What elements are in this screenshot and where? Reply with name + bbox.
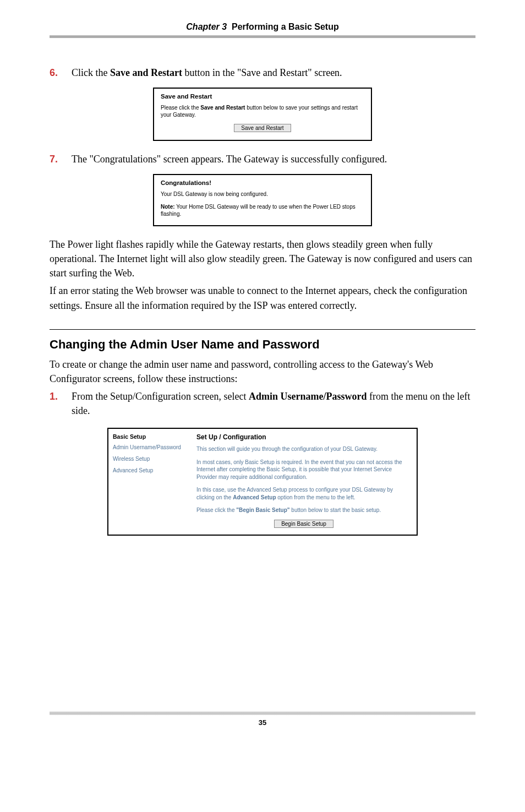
footer-rule: [50, 712, 475, 715]
step-number: 1.: [50, 389, 72, 418]
config-paragraph: This section will guide you through the …: [196, 445, 411, 453]
screenshot-congratulations: Congratulations! Your DSL Gateway is now…: [153, 174, 372, 226]
body-paragraph: If an error stating the Web browser was …: [50, 284, 475, 312]
dialog-line: Your DSL Gateway is now being configured…: [161, 190, 364, 198]
text-bold: "Begin Basic Setup": [236, 507, 289, 513]
step-number: 7.: [50, 152, 72, 166]
note-body: Your Home DSL Gateway will be ready to u…: [161, 204, 356, 217]
sidebar-item-advanced[interactable]: Advanced Setup: [113, 467, 187, 473]
section-heading: Changing the Admin User Name and Passwor…: [50, 337, 475, 352]
section-divider: [50, 329, 475, 330]
config-sidebar: Basic Setup Admin Username/Password Wire…: [108, 429, 191, 535]
chapter-header: Chapter 3 Performing a Basic Setup: [50, 22, 475, 35]
dialog-body: Please click the Save and Restart button…: [161, 104, 364, 118]
dialog-title: Congratulations!: [161, 179, 364, 186]
dialog-title: Save and Restart: [161, 93, 364, 100]
step-number: 6.: [50, 66, 72, 80]
text-bold: Save and Restart: [110, 67, 182, 78]
text-bold: Save and Restart: [200, 105, 245, 111]
step-6: 6. Click the Save and Restart button in …: [50, 66, 475, 80]
save-restart-button[interactable]: Save and Restart: [234, 124, 291, 132]
step-7: 7. The "Congratulations" screen appears.…: [50, 152, 475, 166]
dialog-note: Note: Your Home DSL Gateway will be read…: [161, 203, 364, 217]
config-paragraph: Please click the "Begin Basic Setup" but…: [196, 506, 411, 514]
text-bold: Admin Username/Password: [249, 391, 367, 402]
text: Click the: [72, 67, 110, 78]
config-title: Set Up / Configuration: [196, 433, 411, 441]
screenshot-configuration: Basic Setup Admin Username/Password Wire…: [107, 428, 418, 536]
config-paragraph: In this case, use the Advanced Setup pro…: [196, 486, 411, 501]
chapter-number: Chapter 3: [186, 22, 227, 31]
note-label: Note:: [161, 204, 175, 210]
text-isp: ISP: [253, 300, 267, 311]
header-rule: [50, 35, 475, 38]
text: was entered correctly.: [267, 300, 357, 311]
text: option from the menu to the left.: [276, 494, 356, 500]
text: Please click the: [196, 507, 236, 513]
text: button in the "Save and Restart" screen.: [182, 67, 342, 78]
sidebar-item-admin[interactable]: Admin Username/Password: [113, 444, 187, 450]
text: Please click the: [161, 105, 200, 111]
step-1: 1. From the Setup/Configuration screen, …: [50, 389, 475, 418]
text: button below to start the basic setup.: [290, 507, 381, 513]
sidebar-item-wireless[interactable]: Wireless Setup: [113, 456, 187, 462]
step-text: From the Setup/Configuration screen, sel…: [72, 389, 475, 418]
body-paragraph: The Power light flashes rapidly while th…: [50, 237, 475, 280]
section-intro: To create or change the admin user name …: [50, 357, 475, 386]
step-text: The "Congratulations" screen appears. Th…: [72, 152, 475, 166]
config-paragraph: In most cases, only Basic Setup is requi…: [196, 459, 411, 481]
config-main: Set Up / Configuration This section will…: [191, 429, 417, 535]
screenshot-save-restart: Save and Restart Please click the Save a…: [153, 88, 372, 141]
begin-basic-setup-button[interactable]: Begin Basic Setup: [274, 520, 333, 528]
step-text: Click the Save and Restart button in the…: [72, 66, 475, 80]
page-number: 35: [50, 718, 475, 727]
chapter-title: Performing a Basic Setup: [232, 22, 339, 31]
text-bold: Advanced Setup: [233, 494, 276, 500]
sidebar-item-basic-setup[interactable]: Basic Setup: [113, 433, 187, 440]
text: From the Setup/Configuration screen, sel…: [72, 391, 249, 402]
